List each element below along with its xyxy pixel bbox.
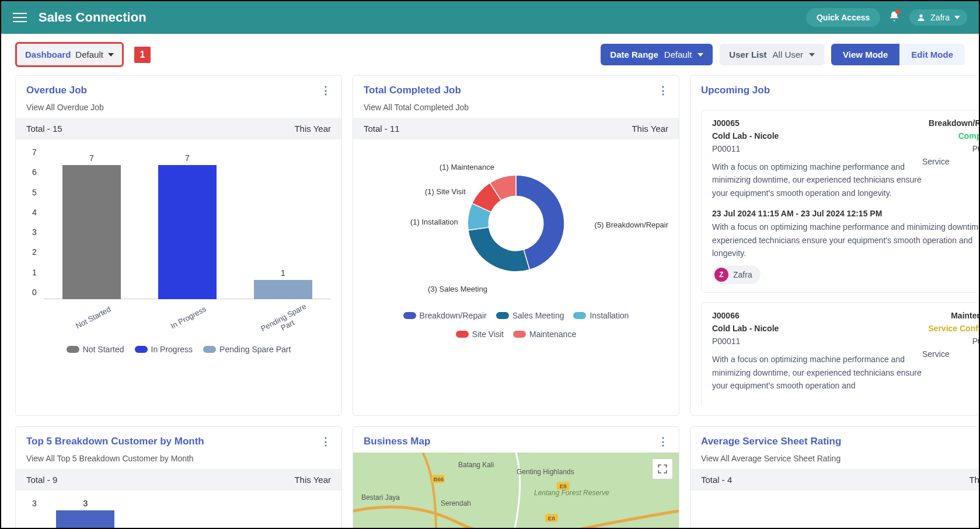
- dashboard-grid: Overdue Job ⋮ View All Overdue Job Total…: [1, 75, 979, 416]
- card-breakdown-customer: Top 5 Breakdown Customer by Month ⋮ View…: [15, 426, 342, 529]
- card-title: Business Map: [364, 436, 658, 447]
- business-map[interactable]: E8 B66 E8 Rawang Batang Kali Serendah Be…: [353, 453, 679, 529]
- card-upcoming-job: Upcoming Job ⋮ J00065Breakdown/RepairCol…: [690, 75, 980, 416]
- user-menu[interactable]: Zafra: [909, 9, 967, 26]
- card-menu-icon[interactable]: ⋮: [658, 435, 668, 448]
- card-total: Total - 9: [26, 475, 294, 485]
- controls-row: Dashboard Default 1 Date Range Default U…: [1, 34, 979, 75]
- card-completed-job: Total Completed Job ⋮ View All Total Com…: [353, 75, 679, 416]
- card-title: Total Completed Job: [364, 85, 658, 96]
- completed-chart: (5) Breakdown/Repair (3) Sales Meeting (…: [353, 139, 679, 415]
- card-subtitle[interactable]: View All Total Completed Job: [353, 101, 679, 118]
- job-card[interactable]: J00065Breakdown/RepairCold Lab - NicoleC…: [701, 110, 980, 293]
- chevron-down-icon: [809, 53, 815, 57]
- card-period: This Year: [294, 124, 331, 134]
- card-period: This Year: [632, 124, 668, 134]
- card-total: Total - 11: [364, 124, 632, 134]
- card-title: Overdue Job: [26, 85, 320, 96]
- svg-text:B66: B66: [434, 476, 444, 482]
- card-subtitle[interactable]: View All Top 5 Breakdown Customer by Mon…: [16, 453, 341, 469]
- card-rating: Average Service Sheet Rating ⋮ View All …: [690, 426, 980, 529]
- quick-access-button[interactable]: Quick Access: [806, 8, 880, 27]
- svg-point-0: [920, 15, 923, 17]
- user-list-selector[interactable]: User List All User: [720, 44, 824, 65]
- dashboard-selector[interactable]: Dashboard Default: [15, 42, 124, 67]
- card-period: This Year: [294, 475, 331, 485]
- upcoming-jobs-list[interactable]: J00065Breakdown/RepairCold Lab - NicoleC…: [701, 110, 980, 407]
- chevron-down-icon: [108, 53, 114, 57]
- card-total: Total - 15: [26, 124, 294, 134]
- chevron-down-icon: [697, 53, 703, 57]
- top-bar: Sales Connection Quick Access Zafra: [1, 1, 979, 34]
- card-period: This Year: [969, 475, 980, 485]
- dashboard-value: Default: [75, 50, 103, 59]
- edit-mode-button[interactable]: Edit Mode: [899, 44, 965, 65]
- dashboard-grid-row2: Top 5 Breakdown Customer by Month ⋮ View…: [1, 426, 979, 529]
- card-total: Total - 4: [701, 475, 969, 485]
- app-title: Sales Connection: [39, 10, 806, 25]
- date-range-selector[interactable]: Date Range Default: [601, 44, 713, 65]
- card-title: Average Service Sheet Rating: [701, 436, 980, 447]
- card-menu-icon[interactable]: ⋮: [320, 84, 331, 97]
- fullscreen-icon[interactable]: [652, 458, 673, 479]
- card-menu-icon[interactable]: ⋮: [320, 435, 331, 448]
- card-menu-icon[interactable]: ⋮: [658, 84, 668, 97]
- job-card[interactable]: J00066MaintenanceCold Lab - NicoleServic…: [701, 302, 980, 407]
- bell-icon[interactable]: [888, 10, 900, 24]
- overdue-chart: 76543210 771 Not StartedIn ProgressPendi…: [16, 139, 341, 415]
- hamburger-icon[interactable]: [13, 10, 27, 25]
- svg-text:E8: E8: [548, 515, 556, 521]
- card-subtitle[interactable]: View All Overdue Job: [16, 101, 341, 118]
- mode-toggle: View Mode Edit Mode: [831, 44, 965, 65]
- card-overdue-job: Overdue Job ⋮ View All Overdue Job Total…: [15, 75, 342, 416]
- dashboard-label: Dashboard: [25, 50, 71, 59]
- user-name: Zafra: [930, 13, 950, 22]
- card-title: Upcoming Job: [701, 85, 980, 96]
- card-title: Top 5 Breakdown Customer by Month: [26, 436, 320, 447]
- chevron-down-icon: [954, 16, 960, 19]
- callout-badge: 1: [134, 47, 151, 63]
- view-mode-button[interactable]: View Mode: [831, 44, 899, 65]
- card-business-map: Business Map ⋮ E8 B66 E8 Rawang Batang K…: [353, 426, 679, 529]
- breakdown-chart: 32.5 3: [16, 491, 341, 529]
- card-subtitle[interactable]: View All Average Service Sheet Rating: [690, 453, 980, 469]
